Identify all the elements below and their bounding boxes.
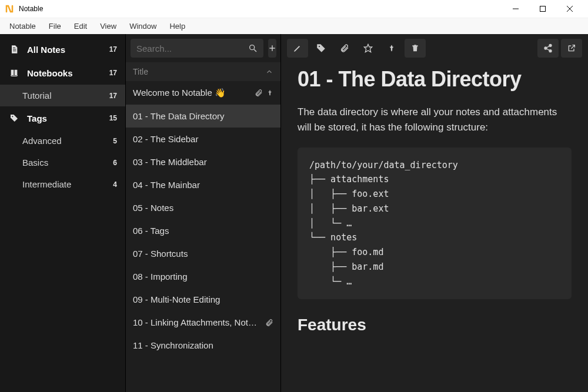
svg-line-14 [547,46,550,48]
sidebar-item-tutorial[interactable]: Tutorial 17 [0,85,125,106]
pin-button[interactable] [381,39,402,58]
note-row[interactable]: 03 - The Middlebar [126,150,280,173]
pin-icon [266,89,273,96]
note-title: 01 - The Data Directory [298,67,572,92]
note-row[interactable]: 04 - The Mainbar [126,173,280,196]
menu-view[interactable]: View [94,19,122,33]
note-list: Welcome to Notable 👋01 - The Data Direct… [126,81,280,392]
note-label: 06 - Tags [133,226,273,236]
sidebar-count: 4 [113,180,117,189]
note-row[interactable]: 01 - The Data Directory [126,105,280,128]
window-controls [502,0,583,18]
sidebar-count: 17 [109,92,117,100]
delete-button[interactable] [405,39,426,58]
svg-point-9 [319,46,320,47]
file-icon [8,43,20,55]
note-label: Welcome to Notable 👋 [133,88,251,98]
note-row[interactable]: 02 - The Sidebar [126,128,280,150]
menu-file[interactable]: File [43,19,67,33]
paperclip-icon [265,319,273,327]
sidebar-label: Notebooks [27,68,109,78]
sidebar-label: Basics [22,158,113,167]
svg-point-13 [549,50,552,52]
sidebar-item-notebooks[interactable]: Notebooks 17 [0,61,125,85]
svg-line-6 [254,49,256,52]
sidebar-count: 17 [109,69,117,77]
menu-edit[interactable]: Edit [68,19,93,33]
note-label: 02 - The Sidebar [133,134,273,144]
sidebar-count: 5 [113,137,117,145]
note-label: 11 - Synchronization [133,340,273,350]
close-button[interactable] [556,0,583,18]
new-note-button[interactable] [268,39,276,58]
note-label: 03 - The Middlebar [133,157,273,167]
svg-line-15 [547,49,550,51]
open-external-button[interactable] [561,39,582,58]
note-row[interactable]: 09 - Multi-Note Editing [126,288,280,311]
sidebar-count: 17 [109,45,117,53]
svg-rect-1 [540,6,546,12]
note-heading: Features [298,316,572,334]
svg-point-5 [250,45,255,50]
minimize-button[interactable] [502,0,529,18]
toolbar [281,34,588,62]
note-row[interactable]: Welcome to Notable 👋 [126,81,280,105]
window-title: Notable [19,5,502,13]
note-label: 08 - Importing [133,272,273,282]
sidebar-item-all-notes[interactable]: All Notes 17 [0,38,125,61]
maximize-button[interactable] [529,0,556,18]
sidebar-item-advanced[interactable]: Advanced 5 [0,130,125,152]
sort-label: Title [133,67,265,76]
sort-header[interactable]: Title [126,62,280,81]
sidebar-count: 15 [109,114,117,122]
app-icon [5,4,14,14]
mainbar: 01 - The Data Directory The data directo… [281,34,588,392]
note-row[interactable]: 10 - Linking Attachments, Not… [126,311,280,334]
search-box[interactable] [131,39,263,58]
note-row[interactable]: 05 - Notes [126,196,280,219]
attachments-button[interactable] [334,39,355,58]
note-label: 05 - Notes [133,203,273,213]
sidebar-item-basics[interactable]: Basics 6 [0,152,125,173]
note-content: 01 - The Data Directory The data directo… [281,62,588,392]
search-row [126,34,280,62]
sidebar-label: Intermediate [22,179,113,189]
sidebar-label: Advanced [22,136,113,146]
favorite-button[interactable] [358,39,379,58]
sidebar-count: 6 [113,159,117,167]
paperclip-icon [255,89,263,97]
search-input[interactable] [136,43,248,53]
tag-icon [8,112,20,124]
note-row[interactable]: 07 - Shortcuts [126,242,280,265]
window-titlebar: Notable [0,0,588,18]
code-block: /path/to/your/data_directory ├── attachm… [298,148,572,300]
note-row[interactable]: 06 - Tags [126,219,280,242]
note-label: 01 - The Data Directory [133,111,273,121]
menu-window[interactable]: Window [123,19,162,33]
menubar: Notable File Edit View Window Help [0,18,588,34]
note-label: 04 - The Mainbar [133,180,273,190]
sidebar-label: All Notes [27,45,109,55]
share-button[interactable] [537,39,559,58]
note-label: 07 - Shortcuts [133,249,273,259]
sidebar-item-tags[interactable]: Tags 15 [0,106,125,130]
sidebar-label: Tags [27,113,109,123]
note-row[interactable]: 08 - Importing [126,265,280,288]
note-row[interactable]: 11 - Synchronization [126,334,280,357]
menu-notable[interactable]: Notable [4,19,42,33]
note-label: 10 - Linking Attachments, Not… [133,317,262,327]
tags-button[interactable] [310,39,332,58]
search-icon [248,43,258,53]
book-icon [8,67,20,79]
menu-help[interactable]: Help [163,19,191,33]
svg-point-4 [12,116,13,117]
note-paragraph: The data directory is where all your not… [298,105,572,136]
note-label: 09 - Multi-Note Editing [133,294,273,304]
sidebar-label: Tutorial [22,91,109,100]
sidebar-item-intermediate[interactable]: Intermediate 4 [0,173,125,195]
edit-button[interactable] [287,39,308,58]
svg-point-12 [544,47,547,49]
svg-marker-10 [364,44,372,52]
svg-line-16 [571,45,574,49]
chevron-up-icon [265,68,273,76]
